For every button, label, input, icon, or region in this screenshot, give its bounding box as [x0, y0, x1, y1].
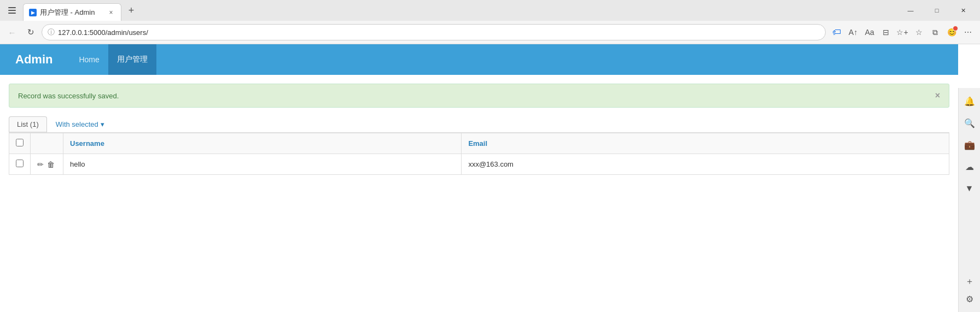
- table-row: ✏ 🗑 hello xxx@163.com: [9, 154, 949, 175]
- collections-icon[interactable]: ⧉: [928, 25, 943, 40]
- data-table: Username Email ✏ 🗑 hello xxx@163.com: [9, 133, 949, 175]
- maximize-btn[interactable]: □: [924, 2, 949, 19]
- sidebar-toggle-btn[interactable]: [4, 3, 20, 18]
- refresh-btn[interactable]: ↻: [23, 25, 38, 40]
- tab-favicon-icon: ▶: [29, 9, 37, 16]
- list-toolbar: List (1) With selected ▾: [9, 116, 949, 133]
- new-tab-btn[interactable]: +: [124, 3, 139, 18]
- actions-header: [31, 133, 63, 154]
- sidebar-search-icon[interactable]: 🔍: [961, 114, 978, 132]
- immersive-reader-icon[interactable]: A↑: [845, 25, 861, 40]
- alert-close-btn[interactable]: ×: [935, 91, 940, 101]
- sidebar-chevron-down-icon[interactable]: ▼: [961, 180, 978, 197]
- sidebar-bottom: ＋ ⚙: [961, 273, 978, 308]
- favorites-icon[interactable]: ☆: [911, 25, 926, 40]
- tab-close-btn[interactable]: ×: [107, 8, 115, 17]
- sidebar-bell-icon[interactable]: 🔔: [961, 92, 978, 110]
- svg-rect-0: [8, 7, 16, 8]
- back-btn[interactable]: ←: [4, 25, 20, 40]
- more-menu-btn[interactable]: ⋯: [960, 25, 976, 40]
- tab-bar: ▶ 用户管理 - Admin × + — □ ✕: [0, 0, 980, 21]
- nav-link-users[interactable]: 用户管理: [108, 44, 156, 75]
- split-screen-icon[interactable]: ⊟: [878, 25, 894, 40]
- sidebar-plus-icon[interactable]: ＋: [961, 273, 978, 290]
- success-alert: Record was successfully saved. ×: [9, 84, 949, 108]
- profile-icon[interactable]: 😊: [944, 25, 959, 40]
- edit-icon[interactable]: ✏: [37, 160, 44, 169]
- sidebar-cloud-icon[interactable]: ☁: [961, 158, 978, 175]
- info-icon: ⓘ: [48, 27, 55, 37]
- list-tab[interactable]: List (1): [9, 116, 47, 132]
- username-header[interactable]: Username: [63, 133, 462, 154]
- with-selected-label: With selected: [56, 120, 98, 128]
- delete-icon[interactable]: 🗑: [47, 160, 55, 169]
- email-header[interactable]: Email: [462, 133, 949, 154]
- svg-rect-2: [8, 13, 16, 14]
- address-input-wrap[interactable]: ⓘ 127.0.0.1:5000/admin/users/: [42, 24, 826, 40]
- svg-rect-1: [8, 10, 16, 11]
- select-all-checkbox[interactable]: [16, 139, 24, 146]
- row-actions: ✏ 🗑: [37, 160, 56, 169]
- row-actions-cell: ✏ 🗑: [31, 154, 63, 175]
- browser-content: Admin Home 用户管理 Record was successfully …: [0, 44, 980, 312]
- content-area: List (1) With selected ▾ Username Email: [0, 116, 958, 184]
- sidebar-settings-icon[interactable]: ⚙: [961, 290, 978, 308]
- app-navbar: Admin Home 用户管理: [0, 44, 958, 75]
- row-checkbox[interactable]: [16, 160, 24, 167]
- row-checkbox-cell: [9, 154, 31, 175]
- app-brand[interactable]: Admin: [9, 48, 59, 71]
- dropdown-arrow-icon: ▾: [101, 120, 104, 128]
- url-text: 127.0.0.1:5000/admin/users/: [58, 28, 820, 37]
- with-selected-btn[interactable]: With selected ▾: [54, 117, 107, 132]
- add-favorites-icon[interactable]: ☆+: [895, 25, 910, 40]
- read-aloud-icon[interactable]: Aa: [862, 25, 877, 40]
- active-tab[interactable]: ▶ 用户管理 - Admin ×: [23, 3, 121, 21]
- minimize-btn[interactable]: —: [898, 2, 923, 19]
- window-controls: — □ ✕: [898, 2, 976, 19]
- tab-title-text: 用户管理 - Admin: [40, 8, 103, 17]
- toolbar-icons: 🏷 A↑ Aa ⊟ ☆+ ☆ ⧉ 😊 ⋯: [829, 25, 976, 40]
- username-cell: hello: [63, 154, 462, 175]
- address-bar: ← ↻ ⓘ 127.0.0.1:5000/admin/users/ 🏷 A↑ A…: [0, 21, 980, 44]
- page-content: Admin Home 用户管理 Record was successfully …: [0, 44, 958, 312]
- right-sidebar: 🔔 🔍 💼 ☁ ▼ ＋ ⚙: [958, 88, 980, 312]
- tag-icon[interactable]: 🏷: [829, 25, 844, 40]
- close-btn[interactable]: ✕: [950, 2, 976, 19]
- alert-message: Record was successfully saved.: [18, 92, 119, 100]
- sidebar-briefcase-icon[interactable]: 💼: [961, 136, 978, 154]
- table-header-row: Username Email: [9, 133, 949, 154]
- checkbox-header: [9, 133, 31, 154]
- email-cell: xxx@163.com: [462, 154, 949, 175]
- nav-link-home[interactable]: Home: [70, 44, 108, 75]
